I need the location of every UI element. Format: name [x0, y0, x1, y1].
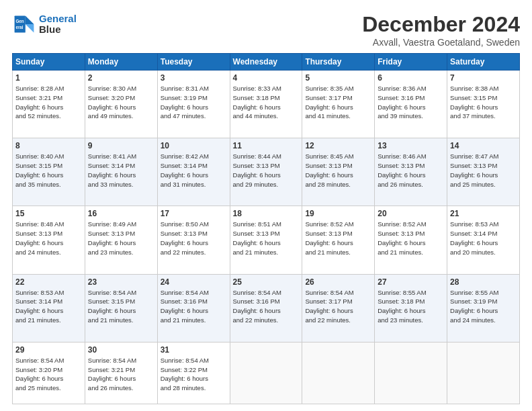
- day-number: 9: [88, 141, 154, 150]
- cell-content: Sunrise: 8:45 AMSunset: 3:13 PMDaylight:…: [305, 152, 371, 189]
- calendar-cell: 20Sunrise: 8:52 AMSunset: 3:13 PMDayligh…: [375, 206, 447, 274]
- calendar-cell: 21Sunrise: 8:53 AMSunset: 3:14 PMDayligh…: [447, 206, 520, 274]
- day-number: 12: [305, 141, 371, 150]
- cell-content: Sunrise: 8:31 AMSunset: 3:19 PMDaylight:…: [161, 84, 227, 121]
- calendar-cell: 15Sunrise: 8:48 AMSunset: 3:13 PMDayligh…: [13, 206, 85, 274]
- weekday-header-thursday: Thursday: [302, 54, 375, 71]
- day-number: 24: [161, 277, 227, 287]
- calendar-cell: 29Sunrise: 8:54 AMSunset: 3:20 PMDayligh…: [13, 342, 85, 404]
- cell-content: Sunrise: 8:41 AMSunset: 3:14 PMDaylight:…: [88, 152, 154, 189]
- day-number: 13: [378, 141, 444, 150]
- day-number: 14: [450, 141, 517, 150]
- cell-content: Sunrise: 8:28 AMSunset: 3:21 PMDaylight:…: [15, 84, 82, 121]
- calendar-cell: 18Sunrise: 8:51 AMSunset: 3:13 PMDayligh…: [230, 206, 302, 274]
- page: Gen eral General Blue December 2024 Axva…: [0, 0, 532, 411]
- svg-text:eral: eral: [15, 25, 23, 30]
- weekday-header-tuesday: Tuesday: [157, 54, 230, 71]
- day-number: 28: [450, 277, 517, 287]
- cell-content: Sunrise: 8:53 AMSunset: 3:14 PMDaylight:…: [15, 288, 82, 325]
- header: Gen eral General Blue December 2024 Axva…: [12, 12, 520, 48]
- cell-content: Sunrise: 8:47 AMSunset: 3:13 PMDaylight:…: [450, 152, 517, 189]
- day-number: 15: [15, 209, 82, 218]
- calendar-table: SundayMondayTuesdayWednesdayThursdayFrid…: [12, 53, 520, 404]
- calendar-cell: 30Sunrise: 8:54 AMSunset: 3:21 PMDayligh…: [85, 342, 157, 404]
- calendar-cell: 17Sunrise: 8:50 AMSunset: 3:13 PMDayligh…: [157, 206, 230, 274]
- cell-content: Sunrise: 8:40 AMSunset: 3:15 PMDaylight:…: [15, 152, 82, 189]
- day-number: 27: [378, 277, 444, 287]
- calendar-cell: 2Sunrise: 8:30 AMSunset: 3:20 PMDaylight…: [85, 71, 157, 138]
- calendar-cell: 14Sunrise: 8:47 AMSunset: 3:13 PMDayligh…: [447, 138, 520, 206]
- cell-content: Sunrise: 8:52 AMSunset: 3:13 PMDaylight:…: [378, 220, 444, 257]
- calendar-cell: 4Sunrise: 8:33 AMSunset: 3:18 PMDaylight…: [230, 71, 302, 138]
- calendar-cell: 31Sunrise: 8:54 AMSunset: 3:22 PMDayligh…: [157, 342, 230, 404]
- svg-text:Gen: Gen: [15, 19, 24, 24]
- weekday-header-wednesday: Wednesday: [230, 54, 302, 71]
- calendar-cell: 9Sunrise: 8:41 AMSunset: 3:14 PMDaylight…: [85, 138, 157, 206]
- calendar-cell: 24Sunrise: 8:54 AMSunset: 3:16 PMDayligh…: [157, 274, 230, 342]
- day-number: 5: [305, 73, 371, 83]
- day-number: 19: [305, 209, 371, 218]
- day-number: 3: [161, 73, 227, 83]
- cell-content: Sunrise: 8:55 AMSunset: 3:19 PMDaylight:…: [450, 288, 517, 325]
- cell-content: Sunrise: 8:44 AMSunset: 3:13 PMDaylight:…: [233, 152, 300, 189]
- calendar-cell: 25Sunrise: 8:54 AMSunset: 3:16 PMDayligh…: [230, 274, 302, 342]
- day-number: 17: [161, 209, 227, 218]
- calendar-cell: 27Sunrise: 8:55 AMSunset: 3:18 PMDayligh…: [375, 274, 447, 342]
- svg-marker-1: [26, 24, 34, 33]
- cell-content: Sunrise: 8:54 AMSunset: 3:17 PMDaylight:…: [305, 288, 371, 325]
- svg-marker-0: [26, 15, 34, 24]
- day-number: 18: [233, 209, 300, 218]
- cell-content: Sunrise: 8:54 AMSunset: 3:16 PMDaylight:…: [161, 288, 227, 325]
- day-number: 20: [378, 209, 444, 218]
- calendar-cell: 7Sunrise: 8:38 AMSunset: 3:15 PMDaylight…: [447, 71, 520, 138]
- calendar-cell: 11Sunrise: 8:44 AMSunset: 3:13 PMDayligh…: [230, 138, 302, 206]
- calendar-cell: 22Sunrise: 8:53 AMSunset: 3:14 PMDayligh…: [13, 274, 85, 342]
- calendar-cell: 16Sunrise: 8:49 AMSunset: 3:13 PMDayligh…: [85, 206, 157, 274]
- cell-content: Sunrise: 8:48 AMSunset: 3:13 PMDaylight:…: [15, 220, 82, 257]
- cell-content: Sunrise: 8:54 AMSunset: 3:20 PMDaylight:…: [15, 356, 82, 393]
- cell-content: Sunrise: 8:35 AMSunset: 3:17 PMDaylight:…: [305, 84, 371, 121]
- cell-content: Sunrise: 8:51 AMSunset: 3:13 PMDaylight:…: [233, 220, 300, 257]
- weekday-header-monday: Monday: [85, 54, 157, 71]
- day-number: 6: [378, 73, 444, 83]
- calendar-cell: 19Sunrise: 8:52 AMSunset: 3:13 PMDayligh…: [302, 206, 375, 274]
- day-number: 29: [15, 345, 82, 355]
- cell-content: Sunrise: 8:38 AMSunset: 3:15 PMDaylight:…: [450, 84, 517, 121]
- cell-content: Sunrise: 8:54 AMSunset: 3:16 PMDaylight:…: [233, 288, 300, 325]
- cell-content: Sunrise: 8:50 AMSunset: 3:13 PMDaylight:…: [161, 220, 227, 257]
- day-number: 22: [15, 277, 82, 287]
- cell-content: Sunrise: 8:33 AMSunset: 3:18 PMDaylight:…: [233, 84, 300, 121]
- cell-content: Sunrise: 8:55 AMSunset: 3:18 PMDaylight:…: [378, 288, 444, 325]
- weekday-header-saturday: Saturday: [447, 54, 520, 71]
- main-title: December 2024: [362, 12, 520, 37]
- day-number: 2: [88, 73, 154, 83]
- day-number: 16: [88, 209, 154, 218]
- cell-content: Sunrise: 8:36 AMSunset: 3:16 PMDaylight:…: [378, 84, 444, 121]
- day-number: 31: [161, 345, 227, 355]
- day-number: 1: [15, 73, 82, 83]
- calendar-cell: 5Sunrise: 8:35 AMSunset: 3:17 PMDaylight…: [302, 71, 375, 138]
- logo-icon: Gen eral: [12, 12, 36, 36]
- cell-content: Sunrise: 8:54 AMSunset: 3:22 PMDaylight:…: [161, 356, 227, 393]
- svg-rect-2: [15, 15, 26, 32]
- day-number: 30: [88, 345, 154, 355]
- cell-content: Sunrise: 8:42 AMSunset: 3:14 PMDaylight:…: [161, 152, 227, 189]
- subtitle: Axvall, Vaestra Goetaland, Sweden: [362, 37, 520, 48]
- logo-text: General Blue: [39, 13, 77, 36]
- calendar-cell: 28Sunrise: 8:55 AMSunset: 3:19 PMDayligh…: [447, 274, 520, 342]
- day-number: 26: [305, 277, 371, 287]
- day-number: 11: [233, 141, 300, 150]
- day-number: 25: [233, 277, 300, 287]
- day-number: 23: [88, 277, 154, 287]
- day-number: 21: [450, 209, 517, 218]
- calendar-cell: 13Sunrise: 8:46 AMSunset: 3:13 PMDayligh…: [375, 138, 447, 206]
- title-block: December 2024 Axvall, Vaestra Goetaland,…: [362, 12, 520, 48]
- calendar-cell: 23Sunrise: 8:54 AMSunset: 3:15 PMDayligh…: [85, 274, 157, 342]
- calendar-cell: 1Sunrise: 8:28 AMSunset: 3:21 PMDaylight…: [13, 71, 85, 138]
- cell-content: Sunrise: 8:53 AMSunset: 3:14 PMDaylight:…: [450, 220, 517, 257]
- weekday-header-friday: Friday: [375, 54, 447, 71]
- calendar-cell: 26Sunrise: 8:54 AMSunset: 3:17 PMDayligh…: [302, 274, 375, 342]
- calendar-cell: 8Sunrise: 8:40 AMSunset: 3:15 PMDaylight…: [13, 138, 85, 206]
- day-number: 8: [15, 141, 82, 150]
- calendar-cell: [447, 342, 520, 404]
